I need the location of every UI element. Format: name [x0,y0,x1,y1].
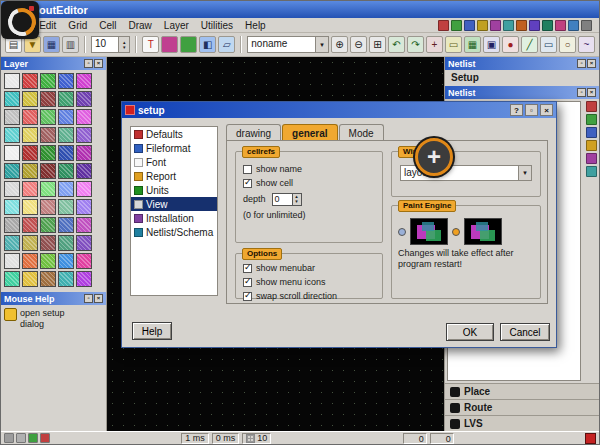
layer-swatch[interactable] [58,253,74,269]
menubar-icon[interactable] [438,20,449,31]
side-tool-icon[interactable] [586,166,597,177]
layer-swatch[interactable] [22,181,38,197]
side-tool-icon[interactable] [586,140,597,151]
layer-swatch[interactable] [40,253,56,269]
float-icon[interactable]: ▫ [84,294,93,303]
layer-swatch[interactable] [4,145,20,161]
close-icon[interactable]: × [94,59,103,68]
float-icon[interactable]: ▫ [84,59,93,68]
layer-swatch[interactable] [22,271,38,287]
panel-section[interactable]: Place [445,383,599,399]
layer-swatch[interactable] [58,271,74,287]
menu-item[interactable]: Layer [158,20,195,31]
toolbar-icon[interactable]: ⊞ [369,36,386,53]
cancel-button[interactable]: Cancel [500,323,550,341]
toolbar-icon[interactable]: T [142,36,159,53]
statusbar-icon[interactable] [4,433,14,443]
layer-swatch[interactable] [40,271,56,287]
settings-tab[interactable]: general [282,124,338,141]
dialog-help-button[interactable]: ? [510,104,523,116]
help-button[interactable]: Help [132,322,172,340]
layer-swatch[interactable] [4,199,20,215]
menubar-icon[interactable] [503,20,514,31]
menubar-icon[interactable] [529,20,540,31]
layer-swatch[interactable] [76,145,92,161]
menubar-icon[interactable] [490,20,501,31]
float-icon[interactable]: ▫ [577,59,586,68]
toolbar-icon[interactable] [161,36,178,53]
statusbar-icon[interactable] [40,433,50,443]
layer-swatch[interactable] [4,163,20,179]
layer-swatch[interactable] [40,235,56,251]
layer-swatch[interactable] [58,217,74,233]
layer-swatch[interactable] [4,127,20,143]
menubar-icon[interactable] [516,20,527,31]
chevron-down-icon[interactable]: ▾ [518,166,531,180]
layer-swatch[interactable] [22,73,38,89]
checkbox-row[interactable]: swap scroll direction [243,289,375,303]
depth-spinbox[interactable]: 0 ▴▾ [272,193,302,206]
settings-nav-item[interactable]: Fileformat [131,141,217,155]
layer-swatch[interactable] [58,145,74,161]
layer-swatch[interactable] [4,109,20,125]
settings-nav-item[interactable]: View [131,197,217,211]
layer-swatch[interactable] [76,73,92,89]
layer-swatch[interactable] [40,217,56,233]
layer-swatch[interactable] [4,73,20,89]
menu-item[interactable]: Grid [62,20,93,31]
layer-swatch[interactable] [22,199,38,215]
side-tool-icon[interactable] [586,127,597,138]
layer-swatch[interactable] [22,127,38,143]
dialog-maximize-button[interactable]: ▫ [525,104,538,116]
statusbar-icon[interactable] [16,433,26,443]
toolbar-icon[interactable]: ▭ [540,36,557,53]
layer-swatch[interactable] [76,253,92,269]
toolbar-icon[interactable]: + [426,36,443,53]
checkbox-row[interactable]: show menubar [243,261,375,275]
grid-size-combo[interactable]: 10 ▴▾ [91,36,130,53]
layer-swatch[interactable] [22,145,38,161]
layer-swatch[interactable] [76,109,92,125]
panel-section[interactable]: Route [445,399,599,415]
layer-swatch[interactable] [22,163,38,179]
layer-swatch[interactable] [40,73,56,89]
layer-swatch[interactable] [4,217,20,233]
toolbar-icon[interactable]: ● [502,36,519,53]
toolbar-icon[interactable]: ⊖ [350,36,367,53]
layer-swatch[interactable] [22,91,38,107]
side-tool-icon[interactable] [586,114,597,125]
settings-nav-item[interactable]: Defaults [131,127,217,141]
close-icon[interactable]: × [587,59,596,68]
layer-swatch[interactable] [40,163,56,179]
toolbar-icon[interactable]: ▥ [62,36,79,53]
layer-swatch[interactable] [58,163,74,179]
layer-swatch[interactable] [76,271,92,287]
layer-swatch[interactable] [22,109,38,125]
stop-icon[interactable] [585,433,596,444]
menubar-icon[interactable] [451,20,462,31]
settings-nav-item[interactable]: Netlist/Schema [131,225,217,239]
layer-swatch[interactable] [76,163,92,179]
menubar-icon[interactable] [464,20,475,31]
spinner-arrows[interactable]: ▴▾ [292,194,301,205]
paint-engine-radio-1[interactable] [398,228,406,236]
paint-engine-radio-2[interactable] [452,228,460,236]
layer-swatch[interactable] [4,253,20,269]
side-tool-icon[interactable] [586,153,597,164]
toolbar-icon[interactable]: ▭ [445,36,462,53]
checkbox-row[interactable]: show cell [243,176,375,190]
settings-nav-item[interactable]: Report [131,169,217,183]
layer-swatch[interactable] [58,91,74,107]
layer-swatch[interactable] [76,235,92,251]
toolbar-icon[interactable]: ▦ [43,36,60,53]
layer-swatch[interactable] [40,199,56,215]
menubar-icon[interactable] [581,20,592,31]
layer-swatch[interactable] [58,109,74,125]
layer-swatch[interactable] [40,181,56,197]
ok-button[interactable]: OK [446,323,494,341]
layer-swatch[interactable] [76,199,92,215]
close-icon[interactable]: × [94,294,103,303]
menubar-icon[interactable] [542,20,553,31]
dialog-titlebar[interactable]: setup ? ▫ × [122,102,556,118]
settings-nav-item[interactable]: Units [131,183,217,197]
